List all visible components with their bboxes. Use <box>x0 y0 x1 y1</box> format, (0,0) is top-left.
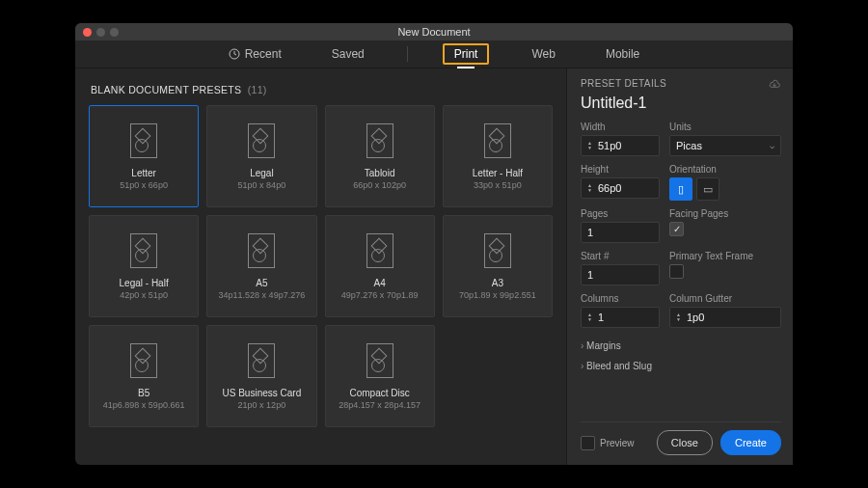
document-icon <box>130 343 157 378</box>
preset-dimensions: 66p0 x 102p0 <box>353 180 406 190</box>
preset-dimensions: 51p0 x 66p0 <box>120 180 168 190</box>
preset-dimensions: 41p6.898 x 59p0.661 <box>103 400 185 410</box>
tab-divider <box>407 46 408 62</box>
preset-name: B5 <box>138 388 149 398</box>
details-header: PRESET DETAILS <box>581 78 666 89</box>
category-tabs: Recent Saved Print Web Mobile <box>75 41 793 68</box>
preset-dimensions: 42p0 x 51p0 <box>120 290 168 300</box>
stepper-icon[interactable]: ▲▼ <box>676 312 681 322</box>
gutter-label: Column Gutter <box>669 293 781 304</box>
width-input[interactable]: ▲▼51p0 <box>581 135 660 156</box>
preset-card[interactable]: Legal - Half42p0 x 51p0 <box>89 215 199 317</box>
facing-pages-checkbox[interactable]: ✓ <box>669 222 684 236</box>
orientation-landscape-button[interactable]: ▭ <box>696 177 719 201</box>
preview-checkbox[interactable] <box>581 436 595 450</box>
preset-card[interactable]: Letter - Half33p0 x 51p0 <box>443 105 553 207</box>
document-icon <box>248 343 275 378</box>
preset-grid: Letter51p0 x 66p0Legal51p0 x 84p0Tabloid… <box>89 105 553 427</box>
document-icon <box>248 233 275 268</box>
window-title: New Document <box>75 26 793 38</box>
pages-label: Pages <box>581 208 660 219</box>
tab-mobile[interactable]: Mobile <box>598 43 647 65</box>
document-icon <box>366 123 393 158</box>
preset-name: Letter <box>131 168 156 178</box>
preset-dimensions: 33p0 x 51p0 <box>474 180 522 190</box>
cloud-download-icon[interactable] <box>768 79 781 89</box>
preset-details-panel: PRESET DETAILS Untitled-1 Width ▲▼51p0 U… <box>566 68 793 465</box>
height-label: Height <box>581 164 660 175</box>
close-button[interactable]: Close <box>657 430 713 455</box>
stepper-icon[interactable]: ▲▼ <box>587 183 592 193</box>
document-icon <box>484 233 511 268</box>
preset-card[interactable]: A534p11.528 x 49p7.276 <box>206 215 316 317</box>
preset-name: US Business Card <box>223 388 302 398</box>
clock-icon <box>229 48 240 60</box>
preset-dimensions: 34p11.528 x 49p7.276 <box>219 290 306 300</box>
start-label: Start # <box>581 251 660 261</box>
preset-card[interactable]: Letter51p0 x 66p0 <box>89 105 199 207</box>
stepper-icon[interactable]: ▲▼ <box>587 312 592 322</box>
preview-label: Preview <box>600 438 635 448</box>
preset-name: Legal - Half <box>120 278 169 288</box>
document-icon <box>130 233 157 268</box>
primary-text-frame-checkbox[interactable] <box>669 264 684 279</box>
document-icon <box>366 343 393 378</box>
titlebar: New Document <box>75 23 793 41</box>
create-button[interactable]: Create <box>720 430 781 455</box>
orientation-label: Orientation <box>669 164 781 175</box>
document-name[interactable]: Untitled-1 <box>581 95 781 112</box>
preset-dimensions: 70p1.89 x 99p2.551 <box>459 290 536 300</box>
preset-card[interactable]: US Business Card21p0 x 12p0 <box>206 325 316 427</box>
preset-name: Tabloid <box>365 168 395 178</box>
tab-print[interactable]: Print <box>443 43 490 65</box>
orientation-portrait-button[interactable]: ▯ <box>669 177 692 201</box>
presets-header: BLANK DOCUMENT PRESETS (11) <box>91 84 553 95</box>
preset-name: Letter - Half <box>473 168 523 178</box>
preset-name: Compact Disc <box>350 388 410 398</box>
units-label: Units <box>669 122 781 132</box>
columns-input[interactable]: ▲▼1 <box>581 307 660 328</box>
start-input[interactable]: 1 <box>581 264 660 285</box>
preset-dimensions: 49p7.276 x 70p1.89 <box>341 290 419 300</box>
preset-card[interactable]: Legal51p0 x 84p0 <box>206 105 316 207</box>
margins-expander[interactable]: Margins <box>581 336 781 356</box>
primary-text-frame-label: Primary Text Frame <box>669 251 781 261</box>
gutter-input[interactable]: ▲▼1p0 <box>669 307 781 328</box>
preset-card[interactable]: B541p6.898 x 59p0.661 <box>89 325 199 427</box>
preset-card[interactable]: Tabloid66p0 x 102p0 <box>325 105 435 207</box>
tab-recent[interactable]: Recent <box>221 43 289 65</box>
width-label: Width <box>581 122 660 132</box>
preset-card[interactable]: A370p1.89 x 99p2.551 <box>443 215 553 317</box>
facing-pages-label: Facing Pages <box>669 208 781 219</box>
document-icon <box>366 233 393 268</box>
tab-web[interactable]: Web <box>524 43 562 65</box>
chevron-down-icon: ⌵ <box>770 141 774 150</box>
preset-card[interactable]: A449p7.276 x 70p1.89 <box>325 215 435 317</box>
document-icon <box>484 123 511 158</box>
height-input[interactable]: ▲▼66p0 <box>581 177 660 199</box>
preset-dimensions: 28p4.157 x 28p4.157 <box>339 400 420 410</box>
preset-name: A3 <box>492 278 503 288</box>
preset-name: A5 <box>256 278 267 288</box>
preset-card[interactable]: Compact Disc28p4.157 x 28p4.157 <box>325 325 435 427</box>
new-document-dialog: New Document Recent Saved Print Web Mobi… <box>75 23 793 465</box>
stepper-icon[interactable]: ▲▼ <box>587 141 592 150</box>
columns-label: Columns <box>581 293 660 304</box>
tab-saved[interactable]: Saved <box>324 43 372 65</box>
document-icon <box>248 123 275 158</box>
units-select[interactable]: Picas⌵ <box>669 135 781 156</box>
preset-name: A4 <box>374 278 386 288</box>
pages-input[interactable]: 1 <box>581 222 660 243</box>
document-icon <box>130 123 157 158</box>
preset-dimensions: 21p0 x 12p0 <box>238 400 286 410</box>
preset-dimensions: 51p0 x 84p0 <box>238 180 286 190</box>
bleed-expander[interactable]: Bleed and Slug <box>581 356 781 376</box>
preset-name: Legal <box>250 168 273 178</box>
